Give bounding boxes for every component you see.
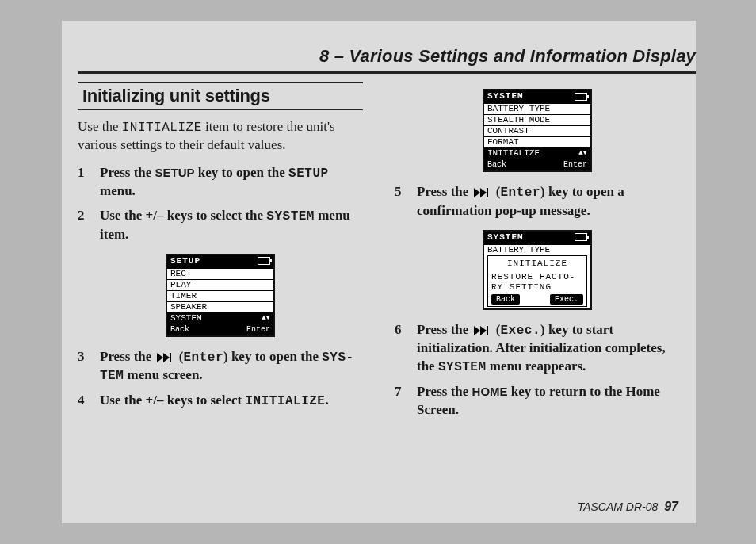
step-6: Press the (Exec.) key to start initializ…	[395, 318, 680, 380]
section-title: Initializing unit settings	[78, 82, 363, 110]
manual-page: 8 – Various Settings and Information Dis…	[62, 21, 696, 523]
step-text: ) key to open the	[223, 349, 322, 364]
lcd-row: FORMAT	[484, 136, 590, 147]
lcd-header: SETUP	[167, 255, 273, 268]
steps-right-cont: Press the (Exec.) key to start initializ…	[395, 318, 680, 423]
lcd-back: Back	[487, 159, 506, 170]
battery-icon	[575, 93, 587, 101]
battery-icon	[258, 257, 270, 265]
mono-initialize: INITIALIZE	[245, 394, 325, 408]
lcd-row: STEALTH MODE	[484, 114, 590, 125]
step-text: Press the	[100, 349, 155, 364]
steps-right: Press the (Enter) key to open a confirma…	[395, 180, 680, 224]
lcd-row: CONTRAST	[484, 125, 590, 136]
step-5: Press the (Enter) key to open a confirma…	[395, 180, 680, 224]
lcd-title: SETUP	[170, 256, 200, 266]
key-setup: SETUP	[155, 166, 195, 179]
step-text: menu reappears.	[487, 358, 586, 374]
svg-rect-8	[487, 326, 488, 335]
lcd-enter: Enter	[563, 159, 587, 170]
page-footer: TASCAM DR-08 97	[578, 500, 678, 514]
chapter-title: 8 – Various Settings and Information Dis…	[78, 46, 696, 74]
lcd-row-text: INITIALIZE	[487, 148, 540, 159]
popup-title: INITIALIZE	[491, 259, 583, 269]
steps-left: Press the SETUP key to open the SETUP me…	[78, 161, 363, 247]
footer-model: TASCAM DR-08	[578, 500, 659, 513]
fast-forward-icon	[157, 353, 174, 362]
fast-forward-icon	[474, 326, 491, 335]
lcd-footer: Back Enter	[167, 324, 273, 335]
lcd-row: REC	[167, 268, 273, 279]
lcd-row-text: FORMAT	[487, 137, 519, 147]
step-text: key to open the	[195, 165, 289, 180]
svg-marker-0	[157, 353, 163, 362]
lcd-row: SYSTEM▲▼	[167, 312, 273, 324]
intro-mono: INITIALIZE	[122, 121, 202, 135]
lcd-row: BATTERY TYPE	[484, 244, 590, 255]
lcd-rows: BATTERY TYPESTEALTH MODECONTRASTFORMATIN…	[484, 103, 590, 159]
popup-footer: Back Exec.	[491, 294, 583, 305]
lcd-setup-screenshot: SETUP RECPLAYTIMERSPEAKERSYSTEM▲▼ Back E…	[78, 254, 363, 337]
step-text: menu.	[100, 183, 136, 198]
svg-marker-3	[474, 188, 480, 197]
right-column: SYSTEM BATTERY TYPESTEALTH MODECONTRASTF…	[395, 82, 680, 493]
lcd-row-text: REC	[170, 269, 186, 279]
steps-left-cont: Press the (Enter) key to open the SYS­TE…	[78, 345, 363, 414]
lcd-row: PLAY	[167, 279, 273, 290]
step-text: (	[176, 349, 184, 364]
lcd-back: Back	[170, 324, 189, 335]
fast-forward-icon	[474, 188, 491, 197]
step-text: Use the +/– keys to select	[100, 393, 245, 408]
step-7: Press the HOME key to return to the Home…	[395, 380, 680, 423]
lcd-screen: SETUP RECPLAYTIMERSPEAKERSYSTEM▲▼ Back E…	[166, 254, 275, 337]
battery-icon	[575, 233, 587, 241]
lcd-row-text: STEALTH MODE	[487, 115, 550, 125]
svg-marker-7	[480, 326, 487, 335]
lcd-screen: SYSTEM BATTERY TYPESTEALTH MODECONTRASTF…	[483, 89, 592, 172]
lcd-row-text: TIMER	[170, 291, 197, 301]
mono-enter: Enter	[183, 351, 223, 365]
svg-rect-5	[487, 188, 488, 197]
left-column: Initializing unit settings Use the INITI…	[78, 82, 363, 493]
lcd-row-text: SYSTEM	[170, 313, 202, 324]
lcd-row-text: CONTRAST	[487, 126, 529, 136]
updown-icon: ▲▼	[578, 150, 587, 157]
mono-system: SYSTEM	[266, 209, 315, 224]
svg-rect-2	[170, 353, 171, 362]
step-text: (	[493, 184, 501, 199]
step-1: Press the SETUP key to open the SETUP me…	[78, 161, 363, 205]
lcd-row: TIMER	[167, 290, 273, 301]
svg-marker-4	[480, 188, 487, 197]
popup-message: RY SETTING	[491, 282, 583, 293]
step-text: Press the	[417, 184, 472, 199]
step-text: menu screen.	[124, 367, 202, 382]
lcd-title: SYSTEM	[487, 91, 524, 102]
intro-paragraph: Use the INITIALIZE item to restore the u…	[78, 118, 363, 155]
lcd-row-text: BATTERY TYPE	[487, 245, 550, 255]
lcd-system-screenshot: SYSTEM BATTERY TYPESTEALTH MODECONTRASTF…	[395, 89, 680, 172]
lcd-row: INITIALIZE▲▼	[484, 147, 590, 159]
updown-icon: ▲▼	[262, 315, 270, 322]
lcd-rows: RECPLAYTIMERSPEAKERSYSTEM▲▼	[167, 268, 273, 324]
mono-exec: Exec.	[500, 324, 540, 338]
footer-page-number: 97	[664, 500, 678, 513]
step-text: Use the +/– keys to select the	[100, 208, 266, 223]
lcd-footer: Back Enter	[484, 159, 590, 170]
lcd-header: SYSTEM	[484, 232, 590, 244]
lcd-row-text: BATTERY TYPE	[487, 104, 550, 114]
step-text: (	[493, 322, 501, 337]
lcd-enter: Enter	[246, 324, 270, 335]
step-text: Press the	[100, 165, 155, 180]
lcd-screen: SYSTEM BATTERY TYPE INITIALIZE RESTORE F…	[483, 230, 592, 310]
lcd-row-text: PLAY	[170, 280, 191, 290]
step-2: Use the +/– keys to select the SYSTEM me…	[78, 204, 363, 247]
lcd-header: SYSTEM	[484, 90, 590, 103]
content-columns: Initializing unit settings Use the INITI…	[78, 82, 680, 493]
mono-setup: SETUP	[288, 167, 329, 181]
lcd-title: SYSTEM	[487, 232, 524, 243]
popup-message: RESTORE FACTO-	[491, 272, 583, 282]
lcd-popup: INITIALIZE RESTORE FACTO- RY SETTING Bac…	[487, 255, 587, 307]
lcd-row: SPEAKER	[167, 301, 273, 312]
lcd-initialize-popup-screenshot: SYSTEM BATTERY TYPE INITIALIZE RESTORE F…	[395, 230, 680, 310]
lcd-row: BATTERY TYPE	[484, 103, 590, 114]
